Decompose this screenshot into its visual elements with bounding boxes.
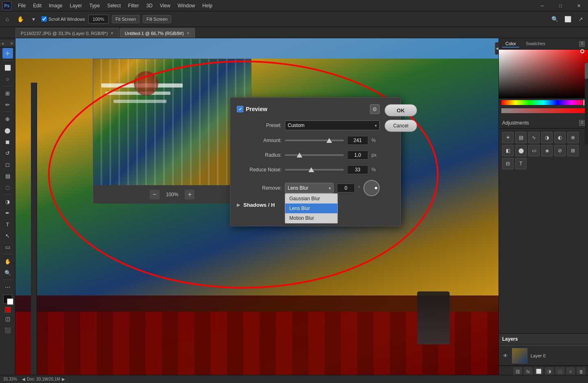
posterize-adj[interactable]: ⊞	[567, 145, 579, 156]
status-nav-prev[interactable]: ◀	[22, 377, 25, 381]
menu-help[interactable]: Help	[199, 2, 216, 9]
tab1-close[interactable]: ✕	[110, 31, 114, 35]
blur-tool[interactable]: ◌	[2, 182, 13, 193]
maximize-button[interactable]: □	[551, 0, 570, 11]
status-nav-next[interactable]: ▶	[62, 377, 65, 381]
text-icon[interactable]: T	[515, 158, 527, 169]
menu-layer[interactable]: Layer	[66, 2, 85, 9]
history-brush[interactable]: ↺	[2, 148, 13, 158]
preset-select[interactable]: Custom ▾	[285, 120, 380, 130]
option-gaussian-blur[interactable]: Gaussian Blur	[285, 194, 337, 204]
fit-screen-button[interactable]: Fit Screen	[112, 15, 140, 23]
dodge-tool[interactable]: ◑	[2, 196, 13, 207]
more-tools[interactable]: ⋯	[2, 282, 13, 292]
tab2-close[interactable]: ✕	[186, 31, 190, 35]
fill-screen-button[interactable]: Fill Screen	[143, 15, 171, 23]
crop-tool[interactable]: ⊞	[2, 88, 13, 98]
panels-expand-button[interactable]: ◀	[495, 42, 499, 55]
healing-tool[interactable]: ⊕	[2, 114, 13, 124]
invert-adj[interactable]: ⊟	[502, 158, 514, 169]
foreground-color-swatch[interactable]	[5, 307, 11, 313]
option-lens-blur[interactable]: Lens Blur	[285, 204, 337, 213]
radius-input[interactable]	[347, 151, 368, 160]
right-scrollbar-thumb[interactable]	[585, 63, 588, 79]
curves-adj[interactable]: ∿	[528, 132, 540, 143]
radius-slider[interactable]	[285, 154, 344, 156]
remove-select[interactable]: Lens Blur ▾	[285, 183, 334, 193]
hand-options-icon[interactable]: ▾	[28, 14, 38, 24]
hue-bar[interactable]	[501, 100, 586, 105]
menu-file[interactable]: File	[15, 2, 29, 9]
arrange-icon[interactable]: ⬜	[563, 14, 573, 24]
eyedropper-tool[interactable]: ✏	[2, 99, 13, 110]
color-panel-menu[interactable]: ☰	[579, 41, 585, 47]
threshold-adj[interactable]: ⊘	[554, 145, 566, 156]
foreground-color[interactable]	[3, 295, 12, 304]
ok-button[interactable]: OK	[385, 104, 417, 116]
amount-slider[interactable]	[285, 140, 344, 141]
tab-swatches[interactable]: Swatches	[522, 40, 549, 48]
color-picker-area[interactable]	[499, 50, 588, 98]
shape-tool[interactable]: ▭	[2, 242, 13, 252]
tools-close-icon[interactable]: ✕	[10, 42, 13, 46]
brightness-contrast-adj[interactable]: ☀	[502, 132, 514, 143]
bw-adj[interactable]: ◧	[502, 145, 514, 156]
home-icon[interactable]: ⌂	[2, 14, 12, 24]
text-tool[interactable]: T	[2, 219, 13, 230]
menu-edit[interactable]: Edit	[30, 2, 45, 9]
screen-mode-icon[interactable]: ↗	[576, 14, 586, 24]
path-select-tool[interactable]: ↖	[2, 230, 13, 241]
zoom-out-button[interactable]: −	[150, 190, 160, 199]
right-scrollbar[interactable]	[585, 63, 588, 144]
stamp-tool[interactable]: ◼	[2, 136, 13, 147]
shadows-expand-icon[interactable]: ▶	[237, 202, 240, 208]
reduce-noise-slider[interactable]	[285, 169, 344, 171]
menu-filter[interactable]: Filter	[125, 2, 142, 9]
tab-file2[interactable]: Untitled-1 @ 66,7% (RGB/8#) ✕	[120, 28, 195, 38]
layer-item-0[interactable]: 👁 Layer 0	[499, 346, 588, 365]
gradient-tool[interactable]: ▤	[2, 171, 13, 181]
color-balance-adj[interactable]: ⊕	[567, 132, 579, 143]
settings-gear-button[interactable]: ⚙	[370, 104, 380, 114]
screen-mode-tool[interactable]: ⬛	[2, 325, 13, 335]
menu-select[interactable]: Select	[104, 2, 124, 9]
amount-slider-thumb[interactable]	[326, 138, 332, 143]
menu-type[interactable]: Type	[86, 2, 103, 9]
adjustments-menu[interactable]: ☰	[579, 120, 585, 126]
menu-window[interactable]: Window	[175, 2, 199, 9]
angle-dial[interactable]	[363, 180, 380, 196]
exposure-adj[interactable]: ◑	[541, 132, 553, 143]
menu-image[interactable]: Image	[46, 2, 66, 9]
marquee-tool[interactable]: ⬜	[2, 62, 13, 73]
photo-filter-adj[interactable]: ⬤	[515, 145, 527, 156]
levels-adj[interactable]: ▤	[515, 132, 527, 143]
reduce-noise-slider-thumb[interactable]	[308, 167, 314, 172]
zoom-tool[interactable]: 🔍	[2, 267, 13, 278]
gradient-map-adj[interactable]: ▭	[528, 145, 540, 156]
cancel-button[interactable]: Cancel	[385, 120, 417, 132]
preview-checkbox[interactable]: ✓	[237, 106, 243, 112]
amount-input[interactable]	[347, 136, 368, 145]
tab-color[interactable]: Color	[502, 40, 519, 48]
lasso-tool[interactable]: ○	[2, 74, 13, 84]
tools-collapse-icon[interactable]: ◂	[2, 42, 4, 46]
close-button[interactable]: ✕	[570, 0, 588, 11]
scroll-all-windows-checkbox[interactable]	[42, 16, 47, 22]
search-icon[interactable]: 🔍	[550, 14, 560, 24]
angle-input[interactable]	[337, 184, 355, 193]
pen-tool[interactable]: ✒	[2, 208, 13, 218]
menu-3d[interactable]: 3D	[143, 2, 155, 9]
reduce-noise-input[interactable]	[347, 165, 368, 174]
zoom-input[interactable]: 100%	[88, 15, 109, 24]
option-motion-blur[interactable]: Motion Blur	[285, 213, 337, 223]
menu-view[interactable]: View	[157, 2, 174, 9]
layer-visibility-icon[interactable]: 👁	[502, 352, 509, 359]
move-tool[interactable]: ✛	[2, 48, 13, 59]
radius-slider-thumb[interactable]	[297, 153, 302, 158]
hand-tool[interactable]: ✋	[2, 256, 13, 267]
hand-tool-icon[interactable]: ✋	[15, 14, 25, 24]
zoom-in-button[interactable]: +	[185, 190, 195, 199]
selective-color-adj[interactable]: ◈	[541, 145, 553, 156]
saturation-bar[interactable]	[501, 108, 586, 113]
brush-tool[interactable]: ⬤	[2, 125, 13, 136]
